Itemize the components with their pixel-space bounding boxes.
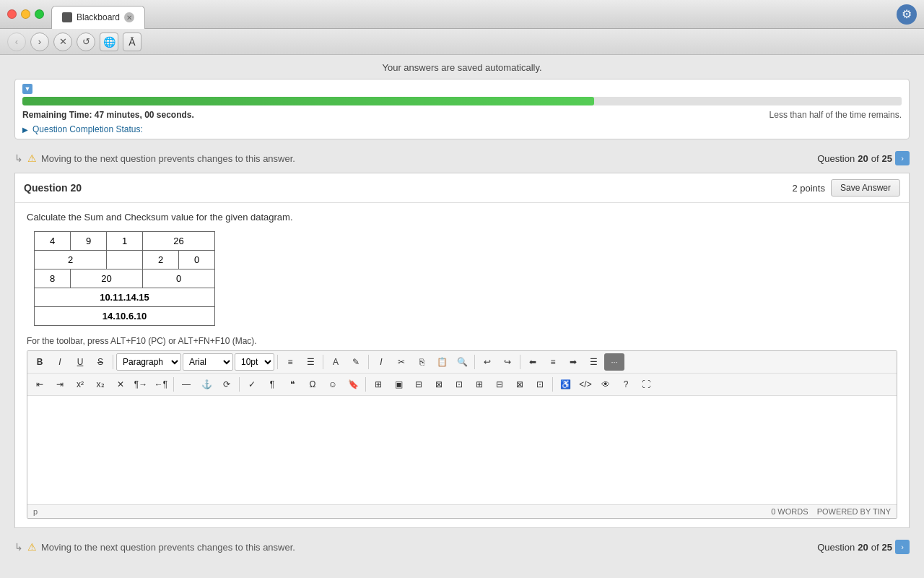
stop-btn[interactable]: ✕ [53, 33, 72, 51]
table-cell: 0 [143, 269, 215, 288]
rte-style-dropdown[interactable]: Paragraph [116, 353, 181, 371]
rte-accessibility-btn[interactable]: ♿ [556, 376, 575, 393]
rte-format-btn[interactable]: ⟳ [217, 376, 236, 393]
rte-fullscreen-btn[interactable]: ⛶ [637, 376, 655, 393]
rte-more-btn[interactable]: ··· [604, 353, 624, 371]
rte-statusbar: p 0 WORDS POWERED BY TINY [27, 504, 897, 518]
back-btn[interactable]: ‹ [7, 33, 26, 51]
rte-checkmark-btn[interactable]: ✓ [243, 376, 261, 393]
rte-size-dropdown[interactable]: 10pt [235, 353, 274, 371]
rte-align-right-btn[interactable]: ➡ [564, 353, 583, 371]
nav-warning-text: Moving to the next question prevents cha… [41, 153, 295, 164]
rte-pilcrow-btn[interactable]: ¶ [263, 376, 282, 393]
rte-table5-btn[interactable]: ⊞ [470, 376, 489, 393]
rte-table7-btn[interactable]: ⊠ [510, 376, 529, 393]
rte-clear-btn[interactable]: ✕ [111, 376, 130, 393]
question-body: Calculate the Sum and Checksum value for… [15, 203, 909, 527]
nav-warning-left: ↳ ⚠ Moving to the next question prevents… [14, 152, 295, 164]
rte-search-btn[interactable]: 🔍 [453, 353, 471, 371]
rte-table4-btn[interactable]: ⊡ [450, 376, 468, 393]
rte-highlight-btn[interactable]: ✎ [346, 353, 365, 371]
rte-bold-btn[interactable]: B [30, 353, 49, 371]
rte-blockquote-btn[interactable]: ❝ [283, 376, 302, 393]
bottom-nav-warning-text: Moving to the next question prevents cha… [41, 542, 295, 553]
question-total-bottom: 25 [882, 542, 892, 553]
save-answer-button[interactable]: Save Answer [831, 179, 900, 197]
table-cell [107, 251, 143, 269]
rte-omega-btn[interactable]: Ω [303, 376, 322, 393]
timer-header: ▼ Remaining Time: 47 minutes, 00 seconds… [22, 84, 902, 120]
rte-cut-btn[interactable]: ✂ [392, 353, 411, 371]
rte-bookmark-btn[interactable]: 🔖 [344, 376, 362, 393]
rte-align-justify-btn[interactable]: ☰ [584, 353, 603, 371]
rte-toolbar-row-1: B I U S Paragraph Arial 10pt ≡ [27, 351, 897, 374]
active-tab[interactable]: Blackboard ✕ [51, 6, 145, 29]
rte-table8-btn[interactable]: ⊡ [531, 376, 549, 393]
rte-table3-btn[interactable]: ⊠ [430, 376, 448, 393]
rte-subscript-btn[interactable]: x₂ [91, 376, 110, 393]
minimize-window-btn[interactable] [21, 9, 30, 19]
rte-paste-btn[interactable]: 📋 [432, 353, 451, 371]
maximize-window-btn[interactable] [35, 9, 44, 19]
rte-outdent-btn[interactable]: ⇤ [30, 376, 49, 393]
rte-media-btn[interactable]: ▣ [389, 376, 408, 393]
rte-help-btn[interactable]: ? [616, 376, 635, 393]
rte-italic2-btn[interactable]: I [372, 353, 391, 371]
question-next-btn-top[interactable]: › [895, 151, 910, 165]
rte-anchor-btn[interactable]: ⚓ [197, 376, 216, 393]
time-value-text: 47 minutes, 00 seconds. [95, 110, 194, 120]
bottom-nav-arrow-icon: ↳ [14, 541, 23, 553]
rte-hr-btn[interactable]: — [177, 376, 196, 393]
rte-indent-btn[interactable]: ⇥ [51, 376, 69, 393]
rich-text-editor[interactable]: B I U S Paragraph Arial 10pt ≡ [27, 350, 897, 519]
rte-font-color-btn[interactable]: A [326, 353, 345, 371]
rte-list2-btn[interactable]: ☰ [301, 353, 320, 371]
font-btn[interactable]: Ā [123, 33, 141, 51]
rte-separator-8 [239, 377, 240, 392]
question-of-bottom: of [871, 542, 879, 553]
rte-preview-btn[interactable]: 👁 [596, 376, 615, 393]
rte-table2-btn[interactable]: ⊟ [409, 376, 428, 393]
rte-underline-btn[interactable]: U [71, 353, 90, 371]
globe-icon: 🌐 [100, 33, 118, 51]
rte-list-btn[interactable]: ≡ [281, 353, 300, 371]
question-next-btn-bottom[interactable]: › [895, 540, 910, 554]
rte-rtl-btn[interactable]: ←¶ [152, 376, 170, 393]
timer-toggle[interactable]: ▼ [22, 84, 32, 94]
rte-separator-1 [113, 355, 113, 369]
rte-separator-10 [552, 377, 553, 392]
traffic-lights [7, 9, 44, 19]
timer-collapse-arrow[interactable]: ▼ [22, 84, 32, 94]
rte-ltr-btn[interactable]: ¶→ [131, 376, 150, 393]
browser-settings-icon[interactable]: ⚙ [897, 4, 917, 25]
rte-italic-btn[interactable]: I [51, 353, 69, 371]
reload-btn[interactable]: ↺ [77, 33, 95, 51]
table-row: 4 9 1 26 [35, 232, 215, 251]
completion-status[interactable]: ▶ Question Completion Status: [22, 124, 902, 134]
forward-btn[interactable]: › [30, 33, 49, 51]
rte-word-count: 0 WORDS [771, 507, 808, 516]
top-nav-warning: ↳ ⚠ Moving to the next question prevents… [14, 147, 910, 170]
question-text: Calculate the Sum and Checksum value for… [27, 212, 897, 223]
completion-status-label: Question Completion Status: [32, 124, 143, 134]
nav-arrow-icon: ↳ [14, 152, 23, 164]
question-nav-right-bottom: Question 20 of 25 › [817, 540, 910, 554]
rte-copy-btn[interactable]: ⎘ [412, 353, 431, 371]
table-row: 8 20 0 [35, 269, 215, 288]
rte-superscript-btn[interactable]: x² [71, 376, 90, 393]
tab-close-btn[interactable]: ✕ [124, 12, 134, 22]
rte-align-center-btn[interactable]: ≡ [544, 353, 562, 371]
rte-words-powered: 0 WORDS POWERED BY TINY [771, 507, 891, 516]
rte-undo-btn[interactable]: ↩ [478, 353, 497, 371]
rte-emoji-btn[interactable]: ☺ [323, 376, 342, 393]
rte-content-area[interactable] [27, 396, 897, 504]
rte-font-dropdown[interactable]: Arial [183, 353, 233, 371]
rte-table6-btn[interactable]: ⊟ [490, 376, 509, 393]
rte-strikethrough-btn[interactable]: S [91, 353, 110, 371]
rte-code-btn[interactable]: </> [576, 376, 595, 393]
rte-redo-btn[interactable]: ↪ [498, 353, 517, 371]
close-window-btn[interactable] [7, 9, 17, 19]
rte-table-btn[interactable]: ⊞ [369, 376, 388, 393]
rte-align-left-btn[interactable]: ⬅ [523, 353, 542, 371]
table-cell: 0 [179, 251, 215, 269]
